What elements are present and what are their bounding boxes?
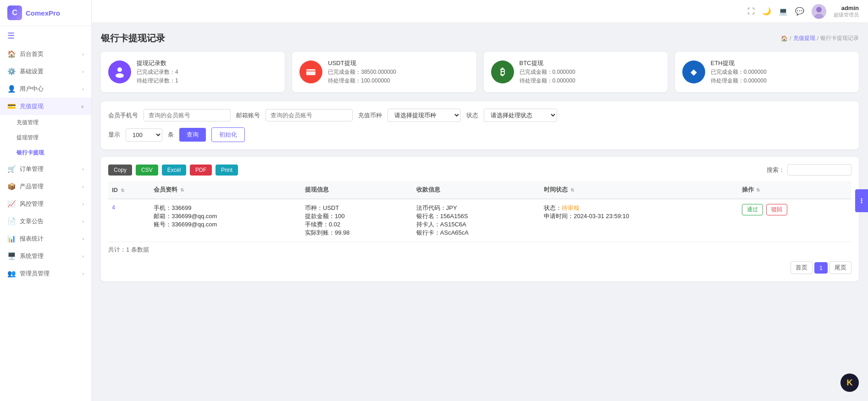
breadcrumb-recharge[interactable]: 充值提现 [793, 34, 815, 42]
currency-label: 充值币种 [358, 111, 382, 120]
stat-completed-count: 已完成记录数：4 [137, 68, 178, 76]
print-button[interactable]: Print [216, 165, 238, 176]
main-area: ⛶ 🌙 💻 💬 admin 超级管理员 银行卡提现记录 🏠 / 充值提现 / 银… [92, 0, 868, 401]
sidebar-subitem-bank-withdrawal[interactable]: 银行卡提现 [0, 145, 91, 160]
breadcrumb-home-icon[interactable]: 🏠 [781, 35, 788, 42]
receive-holder: 持卡人：AS15C6A [416, 220, 536, 229]
stat-icon-btc: ₿ [491, 60, 514, 83]
product-icon: 📦 [7, 182, 16, 191]
sidebar-item-label: 风控管理 [20, 200, 44, 208]
stat-icon-people [108, 60, 131, 83]
email-input[interactable] [265, 109, 353, 121]
arrow-icon: › [83, 184, 84, 189]
sidebar-item-reports[interactable]: 📊 报表统计 › [0, 230, 91, 247]
cell-action: 通过 驳回 [738, 199, 851, 242]
sidebar-item-user-center[interactable]: 👤 用户中心 › [0, 80, 91, 98]
stat-eth-completed: 已完成金额：0.000000 [711, 68, 767, 76]
col-receive-info: 收款信息 [413, 181, 540, 199]
stat-info: 提现记录数 已完成记录数：4 待处理记录数：1 [137, 59, 178, 85]
sort-icon-action[interactable]: ⇅ [756, 187, 760, 192]
sidebar-item-articles[interactable]: 📄 文章公告 › [0, 213, 91, 230]
arrow-icon: › [83, 254, 84, 259]
stat-eth-pending: 待处理金额：0.000000 [711, 77, 767, 85]
table-toolbar: Copy CSV Excel PDF Print 搜索： [108, 164, 851, 176]
approve-button[interactable]: 通过 [742, 204, 763, 215]
query-button[interactable]: 查询 [179, 128, 206, 142]
col-id: ID ⇅ [108, 181, 150, 199]
float-side-button[interactable] [855, 189, 868, 212]
pdf-button[interactable]: PDF [190, 165, 212, 176]
sidebar-item-dashboard[interactable]: 🏠 后台首页 › [0, 45, 91, 63]
cell-withdrawal-info: 币种：USDT 提款金额：100 手续费：0.02 实际到账：99.98 [301, 199, 413, 242]
sidebar-item-order-mgmt[interactable]: 🛒 订单管理 › [0, 160, 91, 178]
avatar[interactable] [812, 4, 826, 19]
svg-point-4 [116, 73, 124, 78]
sidebar-item-basic-settings[interactable]: ⚙️ 基础设置 › [0, 63, 91, 80]
sort-icon-time[interactable]: ⇅ [570, 187, 574, 192]
search-box: 搜索： [767, 164, 851, 176]
reject-button[interactable]: 驳回 [766, 204, 787, 215]
pagination-page-1[interactable]: 1 [814, 262, 828, 274]
sort-icon-member[interactable]: ⇅ [180, 187, 184, 192]
stat-usdt-completed: 已完成金额：38500.000000 [328, 68, 396, 76]
system-icon: 🖥️ [7, 252, 16, 260]
sidebar: C ComexPro ☰ 🏠 后台首页 › ⚙️ 基础设置 › 👤 用户中心 ›… [0, 0, 92, 401]
search-input[interactable] [787, 164, 851, 176]
receive-bank-card: 银行卡：AScA65cA [416, 229, 536, 237]
sidebar-subitem-recharge-mgmt[interactable]: 充值管理 [0, 115, 91, 130]
table-area: Copy CSV Excel PDF Print 搜索： ID ⇅ 会员资料 ⇅… [101, 157, 859, 281]
currency-select[interactable]: 请选择提现币种 USDT BTC ETH [387, 109, 461, 122]
pagination-last[interactable]: 尾页 [829, 261, 851, 274]
svg-point-8 [861, 202, 862, 203]
sidebar-item-label: 报表统计 [20, 235, 44, 243]
arrow-icon: › [83, 202, 84, 207]
display-icon[interactable]: 💻 [779, 7, 788, 16]
copy-button[interactable]: Copy [108, 165, 132, 176]
risk-icon: 📈 [7, 200, 16, 208]
phone-input[interactable] [144, 109, 231, 121]
row-id-link[interactable]: 4 [112, 204, 115, 211]
sidebar-subitem-label: 提现管理 [17, 134, 39, 142]
table-row: 4 手机：336699 邮箱：336699@qq.com 账号：336699@q… [108, 199, 851, 242]
stat-card-eth: ◆ ETH提现 已完成金额：0.000000 待处理金额：0.000000 [675, 52, 859, 92]
search-label: 搜索： [767, 166, 785, 174]
pagination: 首页 1 尾页 [108, 261, 851, 274]
excel-button[interactable]: Excel [162, 165, 186, 176]
fullscreen-icon[interactable]: ⛶ [747, 7, 755, 16]
display-count-select[interactable]: 10 25 50 100 [126, 128, 162, 142]
arrow-icon: › [83, 271, 84, 276]
status-select[interactable]: 请选择处理状态 待审核 已通过 已拒绝 [484, 109, 557, 122]
user-info: admin 超级管理员 [834, 5, 859, 18]
svg-point-6 [861, 198, 862, 199]
menu-toggle[interactable]: ☰ [0, 26, 91, 45]
logo-icon: C [7, 5, 22, 20]
arrow-icon: › [83, 167, 84, 172]
arrow-down-icon: ∨ [81, 104, 84, 109]
admin-icon: 👥 [7, 269, 16, 278]
arrow-icon: › [83, 219, 84, 224]
sidebar-item-recharge[interactable]: 💳 充值提现 ∨ [0, 98, 91, 115]
pagination-first[interactable]: 首页 [791, 261, 813, 274]
member-email: 邮箱：336699@qq.com [154, 212, 298, 220]
total-count: 共计：1 条数据 [108, 246, 851, 254]
breadcrumb: 🏠 / 充值提现 / 银行卡提现记录 [781, 34, 859, 42]
theme-icon[interactable]: 🌙 [762, 7, 771, 16]
sidebar-item-admin-mgmt[interactable]: 👥 管理员管理 › [0, 265, 91, 282]
sidebar-item-risk-ctrl[interactable]: 📈 风控管理 › [0, 195, 91, 213]
data-table: ID ⇅ 会员资料 ⇅ 提现信息 收款信息 时间状态 ⇅ 操作 ⇅ 4 手机：3… [108, 181, 851, 242]
sort-icon-id[interactable]: ⇅ [121, 188, 124, 193]
withdrawal-currency: 币种：USDT [305, 204, 409, 212]
filter-row-1: 会员手机号 邮箱账号 充值币种 请选择提现币种 USDT BTC ETH 状态 … [108, 109, 851, 122]
reset-button[interactable]: 初始化 [211, 127, 245, 142]
sidebar-item-system-mgmt[interactable]: 🖥️ 系统管理 › [0, 247, 91, 265]
col-member: 会员资料 ⇅ [150, 181, 301, 199]
fixed-bottom-right-button[interactable]: K [840, 374, 859, 392]
report-icon: 📊 [7, 235, 16, 243]
sidebar-subitem-withdrawal-mgmt[interactable]: 提现管理 [0, 130, 91, 145]
breadcrumb-current: 银行卡提现记录 [820, 34, 859, 42]
sidebar-item-product-mgmt[interactable]: 📦 产品管理 › [0, 178, 91, 195]
col-action: 操作 ⇅ [738, 181, 851, 199]
message-icon[interactable]: 💬 [795, 7, 804, 16]
csv-button[interactable]: CSV [136, 165, 158, 176]
svg-rect-5 [306, 69, 315, 75]
